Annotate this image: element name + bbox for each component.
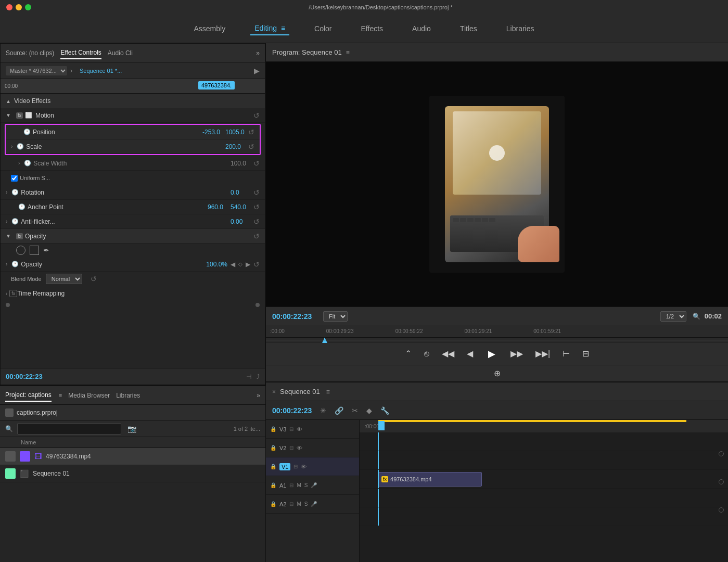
video-clip-item[interactable]: fx 497632384.mp4 <box>378 472 482 487</box>
a1-solo[interactable]: S <box>304 482 308 488</box>
fullscreen-button[interactable] <box>25 4 31 10</box>
mark-in-btn[interactable]: ⌃ <box>403 347 414 361</box>
insert-btn[interactable]: ⊢ <box>560 347 572 361</box>
motion-reset[interactable]: ↺ <box>253 111 260 120</box>
razor-tool[interactable]: ✂ <box>352 406 358 415</box>
opacity-value[interactable]: 100.0% <box>206 261 227 268</box>
media-browser-tab[interactable]: Media Browser <box>68 390 110 401</box>
anti-flicker-expand[interactable]: › <box>6 219 7 224</box>
v2-settings-btn[interactable]: ⊟ <box>289 445 293 451</box>
scale-value[interactable]: 200.0 <box>225 143 246 150</box>
sequence-menu-icon[interactable]: ≡ <box>326 388 330 395</box>
footer-export-icon[interactable]: ⤴ <box>257 373 260 380</box>
rect-tool[interactable] <box>30 246 39 255</box>
anchor-clock[interactable]: 🕐 <box>18 203 25 210</box>
search-input[interactable] <box>17 423 121 435</box>
panel-more-btn[interactable]: » <box>256 49 260 57</box>
go-to-out-btn[interactable]: ▶▶| <box>533 347 552 361</box>
anchor-y[interactable]: 540.0 <box>231 203 251 211</box>
scale-expand[interactable]: › <box>11 144 12 149</box>
a2-mic-icon[interactable]: 🎤 <box>311 501 317 507</box>
anti-flicker-clock[interactable]: 🕐 <box>11 218 19 225</box>
position-x[interactable]: -253.0 <box>202 129 223 136</box>
play-btn[interactable]: ▶ <box>483 346 500 362</box>
minimize-button[interactable] <box>16 4 22 10</box>
position-y[interactable]: 1005.0 <box>225 129 246 136</box>
fraction-select[interactable]: 1/2 <box>660 311 686 322</box>
camera-icon[interactable]: 📷 <box>127 425 136 433</box>
menu-effects[interactable]: Effects <box>357 22 388 35</box>
a2-solo[interactable]: S <box>304 501 308 507</box>
anti-flicker-reset[interactable]: ↺ <box>253 218 260 226</box>
effect-controls-tab[interactable]: Effect Controls <box>60 47 101 59</box>
opacity-reset[interactable]: ↺ <box>253 260 260 269</box>
v1-eye-icon[interactable]: 👁 <box>301 464 306 470</box>
menu-editing[interactable]: Editing ≡ <box>250 22 289 35</box>
opacity-collapse[interactable]: ▼ <box>6 233 11 239</box>
scale-width-expand[interactable]: › <box>18 160 20 166</box>
marker-tool[interactable]: ◆ <box>366 406 372 415</box>
close-button[interactable] <box>6 4 12 10</box>
position-reset[interactable]: ↺ <box>248 128 254 136</box>
scale-clock[interactable]: 🕐 <box>17 143 24 150</box>
opacity-expand[interactable]: › <box>6 261 7 267</box>
anti-flicker-value[interactable]: 0.00 <box>231 218 251 225</box>
v1-settings-btn[interactable]: ⊟ <box>293 464 298 469</box>
mark-out-btn[interactable]: ⎋ <box>422 347 431 361</box>
rotation-clock[interactable]: 🕐 <box>11 189 19 196</box>
project-more-btn[interactable]: » <box>257 392 260 399</box>
v1-lock-icon[interactable]: 🔒 <box>270 464 276 469</box>
scale-reset[interactable]: ↺ <box>248 143 254 151</box>
monitor-menu-icon[interactable]: ≡ <box>346 49 350 56</box>
track-v1-label[interactable]: 🔒 V1 ⊟ 👁 <box>266 457 359 476</box>
audio-clip-tab[interactable]: Audio Cli <box>108 47 133 59</box>
project-menu-icon[interactable]: ≡ <box>59 392 62 399</box>
project-tab[interactable]: Project: captions <box>5 389 52 402</box>
file-item-sequence[interactable]: ⬛ Sequence 01 <box>0 465 265 482</box>
zoom-icon[interactable]: 🔍 <box>693 313 700 320</box>
ellipse-tool[interactable] <box>16 246 25 255</box>
v3-lock-icon[interactable]: 🔒 <box>270 426 276 432</box>
fit-select[interactable]: Fit <box>323 311 348 322</box>
wrench-tool[interactable]: 🔧 <box>380 406 389 415</box>
collapse-arrow[interactable]: ▲ <box>6 98 11 104</box>
overwrite-btn[interactable]: ⊟ <box>580 347 591 361</box>
v1-name[interactable]: V1 <box>279 463 290 470</box>
menu-assembly[interactable]: Assembly <box>189 22 229 35</box>
export-frame-btn[interactable]: ⊕ <box>492 366 503 380</box>
a2-lock-icon[interactable]: 🔒 <box>270 501 276 507</box>
step-back-btn[interactable]: ◀ <box>465 347 475 361</box>
menu-titles[interactable]: Titles <box>456 22 481 35</box>
anchor-x[interactable]: 960.0 <box>208 203 228 211</box>
v3-eye-icon[interactable]: 👁 <box>297 426 302 432</box>
menu-libraries[interactable]: Libraries <box>502 22 539 35</box>
menu-color[interactable]: Color <box>310 22 336 35</box>
opacity-left-arrow[interactable]: ◀ <box>231 261 235 268</box>
snap-tool[interactable]: ✳ <box>320 406 326 415</box>
file-item-video[interactable]: 🎞 497632384.mp4 <box>0 448 265 465</box>
sequence-link[interactable]: Sequence 01 *... <box>80 68 122 74</box>
motion-label[interactable]: Motion <box>35 112 251 119</box>
time-remap-expand[interactable]: › <box>6 291 7 297</box>
opacity-section-label[interactable]: Opacity <box>25 233 251 240</box>
a1-lock-icon[interactable]: 🔒 <box>270 482 276 488</box>
play-icon[interactable]: ▶ <box>254 67 260 75</box>
link-tool[interactable]: 🔗 <box>335 406 343 415</box>
position-clock[interactable]: 🕐 <box>23 129 31 135</box>
a2-settings-btn[interactable]: ⊟ <box>289 501 293 507</box>
blend-mode-reset[interactable]: ↺ <box>91 275 97 283</box>
a1-mute[interactable]: M <box>297 482 301 488</box>
scale-width-reset[interactable]: ↺ <box>253 159 260 168</box>
master-select[interactable]: Master * 497632... <box>6 66 67 75</box>
pen-tool[interactable]: ✒ <box>43 246 49 254</box>
uniform-scale-checkbox[interactable] <box>11 175 18 182</box>
motion-collapse[interactable]: ▼ <box>6 112 11 118</box>
sequence-close-btn[interactable]: × <box>272 388 276 395</box>
menu-audio[interactable]: Audio <box>408 22 435 35</box>
anchor-reset[interactable]: ↺ <box>253 203 260 211</box>
v2-eye-icon[interactable]: 👁 <box>297 445 302 451</box>
a2-mute[interactable]: M <box>297 501 301 507</box>
rotation-expand[interactable]: › <box>6 189 7 195</box>
v3-settings-btn[interactable]: ⊟ <box>289 426 293 432</box>
opacity-right-arrow[interactable]: ▶ <box>246 261 250 268</box>
